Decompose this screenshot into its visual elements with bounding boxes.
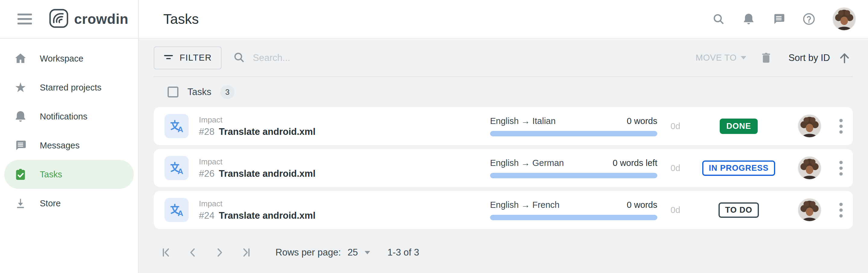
chevron-down-icon	[365, 251, 370, 254]
brand-name: crowdin	[74, 11, 128, 27]
user-avatar[interactable]	[832, 7, 856, 31]
progress-bar	[490, 131, 657, 136]
topbar-actions	[712, 7, 856, 31]
help-icon[interactable]	[802, 12, 815, 26]
store-icon	[14, 197, 27, 210]
task-row[interactable]: A Impact #24 Translate android.xml Engli…	[154, 191, 853, 229]
task-id: #28	[199, 127, 215, 137]
sidebar-item-label: Notifications	[40, 112, 87, 121]
language-progress: English → German 0 words left	[490, 158, 657, 178]
sidebar-item-label: Starred projects	[40, 83, 101, 92]
chevron-down-icon	[741, 56, 746, 59]
search-field	[233, 51, 695, 64]
words-count: 0 words	[627, 116, 657, 126]
filter-button[interactable]: FILTER	[154, 47, 221, 70]
filter-icon	[163, 53, 174, 63]
rows-per-page-value: 25	[347, 247, 358, 258]
next-page-icon[interactable]	[211, 244, 228, 261]
words-count: 0 words	[627, 200, 657, 210]
search-icon	[233, 51, 245, 64]
progress-bar	[490, 173, 657, 178]
progress-bar	[490, 215, 657, 220]
sidebar-item-notifications[interactable]: Notifications	[4, 102, 134, 131]
search-icon[interactable]	[712, 12, 725, 26]
svg-text:A: A	[178, 209, 183, 218]
messages-icon[interactable]	[772, 12, 785, 26]
language-pair: English → French	[490, 200, 560, 210]
filter-button-label: FILTER	[180, 53, 212, 63]
sidebar-item-label: Messages	[40, 141, 80, 151]
language-progress: English → Italian 0 words	[490, 116, 657, 136]
project-name: Impact	[199, 199, 315, 209]
language-progress: English → French 0 words	[490, 200, 657, 220]
task-row[interactable]: A Impact #28 Translate android.xml Engli…	[154, 107, 853, 145]
crowdin-logo[interactable]: crowdin	[49, 8, 128, 30]
tasks-icon	[14, 168, 27, 181]
prev-page-icon[interactable]	[184, 244, 201, 261]
due-in: 0d	[657, 205, 693, 215]
translate-icon: A	[164, 198, 189, 222]
sidebar-item-workspace[interactable]: Workspace	[4, 44, 134, 73]
tasks-list-header: Tasks 3	[154, 77, 853, 107]
home-icon	[14, 52, 27, 65]
crowdin-app: crowdin Tasks	[0, 0, 868, 273]
select-all-checkbox[interactable]	[167, 87, 179, 98]
project-name: Impact	[199, 115, 315, 125]
main-content: FILTER MOVE TO Sort by ID	[138, 39, 868, 273]
assignee-avatar[interactable]	[798, 198, 821, 222]
message-icon	[14, 139, 27, 152]
list-title: Tasks	[187, 87, 211, 98]
move-to-label: MOVE TO	[695, 53, 737, 63]
pagination: Rows per page: 25 1-3 of 3	[154, 244, 853, 261]
task-row[interactable]: A Impact #26 Translate android.xml Engli…	[154, 149, 853, 187]
sidebar-item-messages[interactable]: Messages	[4, 131, 134, 160]
task-title[interactable]: Translate android.xml	[219, 168, 315, 179]
star-icon: ★	[14, 81, 27, 94]
words-count: 0 words left	[613, 158, 657, 168]
sort-by-button[interactable]: Sort by ID	[788, 53, 830, 63]
tasks-toolbar: FILTER MOVE TO Sort by ID	[154, 39, 853, 77]
language-pair: English → German	[490, 158, 564, 168]
search-input[interactable]	[253, 53, 434, 63]
status-badge: DONE	[720, 118, 758, 134]
sidebar-item-store[interactable]: Store	[4, 189, 134, 218]
sidebar-item-label: Store	[40, 198, 61, 209]
first-page-icon[interactable]	[158, 244, 175, 261]
page-title: Tasks	[163, 11, 199, 27]
assignee-avatar[interactable]	[798, 156, 821, 180]
svg-text:A: A	[178, 125, 183, 134]
task-title[interactable]: Translate android.xml	[219, 210, 315, 221]
sort-direction-icon[interactable]	[838, 51, 851, 64]
row-menu-icon[interactable]	[838, 117, 844, 135]
translate-icon: A	[164, 114, 189, 138]
translate-icon: A	[164, 156, 189, 180]
rows-per-page-label: Rows per page:	[276, 247, 341, 258]
menu-icon[interactable]	[18, 13, 32, 24]
task-info: A Impact #24 Translate android.xml	[164, 198, 490, 222]
delete-icon[interactable]	[760, 51, 773, 64]
sidebar-item-tasks[interactable]: Tasks	[4, 160, 134, 189]
top-bar: crowdin Tasks	[0, 0, 868, 38]
sidebar: Workspace ★ Starred projects Notificatio…	[0, 39, 138, 273]
status-badge: IN PROGRESS	[702, 161, 775, 176]
last-page-icon[interactable]	[238, 244, 254, 261]
sidebar-item-label: Tasks	[40, 169, 62, 180]
notifications-icon[interactable]	[742, 12, 755, 26]
due-in: 0d	[657, 163, 693, 173]
task-info: A Impact #26 Translate android.xml	[164, 156, 490, 180]
status-badge: TO DO	[718, 202, 759, 218]
sidebar-item-starred-projects[interactable]: ★ Starred projects	[4, 73, 134, 102]
assignee-avatar[interactable]	[798, 114, 821, 138]
crowdin-logo-icon	[49, 8, 69, 30]
move-to-dropdown[interactable]: MOVE TO	[695, 53, 746, 63]
svg-text:A: A	[178, 167, 183, 176]
task-title[interactable]: Translate android.xml	[219, 127, 315, 137]
rows-per-page-select[interactable]: 25	[347, 247, 370, 258]
task-info: A Impact #28 Translate android.xml	[164, 114, 490, 138]
row-menu-icon[interactable]	[838, 159, 844, 178]
sidebar-item-label: Workspace	[40, 54, 84, 64]
tasks-count-badge: 3	[220, 85, 234, 99]
due-in: 0d	[657, 121, 693, 131]
page-range: 1-3 of 3	[388, 247, 419, 258]
row-menu-icon[interactable]	[838, 201, 844, 219]
